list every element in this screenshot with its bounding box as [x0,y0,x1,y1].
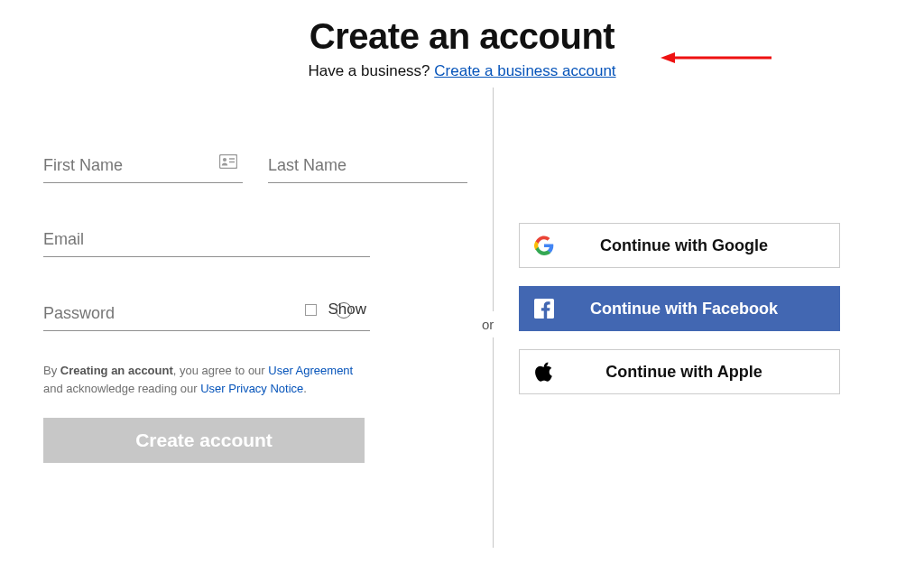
facebook-button-label: Continue with Facebook [568,300,839,319]
password-field-wrap: Show [43,299,370,331]
google-button-label: Continue with Google [568,236,839,255]
legal-prefix: By [43,364,60,377]
svg-marker-1 [661,52,675,63]
legal-mid2: and acknowledge reading our [43,382,200,395]
last-name-input[interactable] [268,151,467,183]
google-icon [520,236,568,255]
divider-line: or [493,88,494,548]
create-account-button[interactable]: Create account [43,418,365,463]
legal-mid1: , you agree to our [173,364,269,377]
sub-prefix: Have a business? [308,62,434,79]
social-login-panel: Continue with Google Continue with Faceb… [519,88,880,566]
email-input[interactable] [43,225,370,257]
user-agreement-link[interactable]: User Agreement [268,364,353,377]
contact-card-icon [219,154,237,172]
legal-text: By Creating an account, you agree to our… [43,362,370,398]
annotation-arrow-icon [659,49,776,67]
continue-apple-button[interactable]: Continue with Apple [519,349,840,394]
signup-form: Show By Creating an account, you agree t… [43,88,467,566]
show-password-label: Show [328,300,366,319]
show-password-checkbox[interactable] [305,304,317,316]
facebook-icon [520,299,568,319]
legal-bold: Creating an account [60,364,173,377]
last-name-field-wrap [268,151,467,183]
privacy-notice-link[interactable]: User Privacy Notice [200,382,303,395]
first-name-input[interactable] [43,151,243,183]
email-field-wrap [43,225,370,257]
apple-icon [520,361,568,383]
continue-facebook-button[interactable]: Continue with Facebook [519,286,840,331]
first-name-field-wrap [43,151,243,183]
business-account-link[interactable]: Create a business account [434,62,615,79]
apple-button-label: Continue with Apple [568,363,839,382]
legal-end: . [303,382,307,395]
svg-point-3 [223,158,226,162]
or-label: or [478,311,497,337]
continue-google-button[interactable]: Continue with Google [519,223,840,268]
